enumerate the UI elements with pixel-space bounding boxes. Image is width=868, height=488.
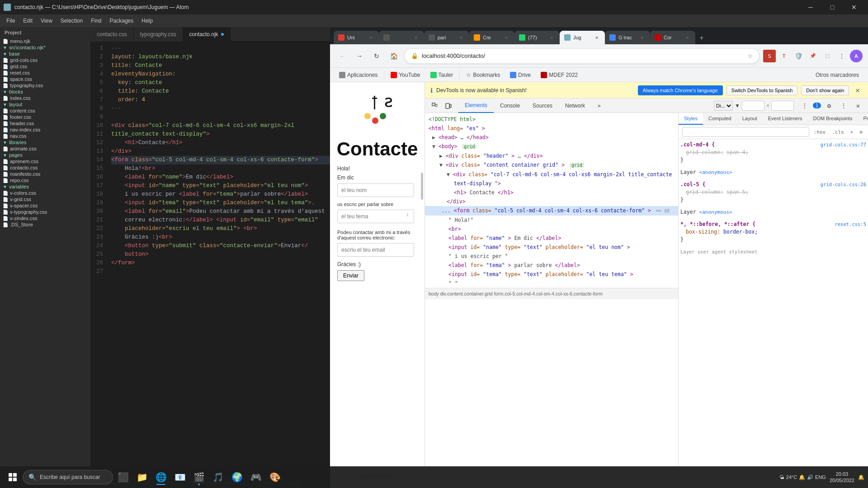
devtools-tab-elements[interactable]: Elements [458, 99, 494, 113]
bookmark-tauler[interactable]: Tauler [427, 71, 457, 79]
bookmark-drive[interactable]: Drive [506, 71, 534, 79]
bookmark-youtube[interactable]: YouTube [387, 71, 424, 79]
tree-file-v-typography[interactable]: 📄 v-typography.css [0, 209, 90, 215]
menu-find[interactable]: Find [87, 16, 105, 26]
tree-file-space[interactable]: 📄 space.css [0, 76, 90, 82]
tree-file-ds-store[interactable]: 📄 .DS_Store [0, 221, 90, 228]
browser-tab-uni[interactable]: Uni ✕ [334, 31, 379, 44]
devtools-switch-language-button[interactable]: Switch DevTools to Spanish [726, 85, 798, 95]
devtools-width-input[interactable]: 200 [742, 101, 764, 111]
css-source-grid-cols-77[interactable]: grid-cols.css:77 [821, 141, 866, 149]
more-button[interactable]: ⋮ [835, 50, 848, 62]
tab-contacto-njk[interactable]: contacto.njk [183, 27, 231, 42]
dom-input-tema[interactable]: <input id= "tema" type= "text" placehold… [425, 270, 678, 279]
profile-button[interactable]: A [850, 50, 863, 62]
taskbar-edge[interactable]: 🌍 [228, 468, 246, 486]
taskbar-task-view[interactable]: ⬛ [114, 468, 132, 486]
preview-email-input[interactable] [337, 243, 414, 257]
browser-tab-2[interactable]: ✕ [379, 31, 424, 44]
tree-file-v-colors[interactable]: 📄 v-colors.css [0, 190, 90, 196]
bookmark-mdef[interactable]: MDEF 2022 [537, 71, 581, 79]
ext-btn-3[interactable]: ⬚ [821, 50, 834, 62]
tab-close-77[interactable]: ✕ [548, 34, 555, 41]
filter-add-rule[interactable]: + [849, 128, 855, 136]
devtools-dont-show-button[interactable]: Don't show again [801, 85, 849, 95]
devtools-match-language-button[interactable]: Always match Chrome's language [638, 85, 723, 95]
tab-close-pari[interactable]: ✕ [458, 34, 465, 41]
dom-div-close[interactable]: </div> [425, 197, 678, 206]
dom-title-div[interactable]: ▼ <div class= "col-7 col-md-6 col-sm-4 c… [425, 170, 678, 179]
browser-tab-cor[interactable]: Cor ✕ [650, 31, 695, 44]
tree-folder-styles[interactable]: ▼ src\contacto.njk* [0, 44, 90, 51]
bookmark-star-icon[interactable]: ☆ [748, 53, 753, 59]
tree-file-typography[interactable]: 📄 typography.css [0, 82, 90, 89]
styles-tab-properties[interactable]: Properties [858, 113, 868, 125]
url-bar[interactable]: 🔒 localhost:4000/contacto/ ☆ [404, 48, 760, 64]
taskbar-game[interactable]: 🎮 [247, 468, 265, 486]
filter-cls-toggle[interactable]: .cls [830, 128, 846, 136]
preview-submit-button[interactable]: Enviar [337, 270, 364, 281]
layer-anonymous-link-1[interactable]: <anonymous> [699, 169, 732, 175]
tree-folder-pages[interactable]: ▼ pages [0, 152, 90, 158]
dom-title-div-2[interactable]: text-display "> [425, 179, 678, 188]
translate-btn[interactable]: T [778, 50, 790, 62]
tree-file-animate[interactable]: 📄 animate.css [0, 145, 90, 152]
tab-close-gtrac[interactable]: ✕ [638, 34, 646, 41]
home-button[interactable]: 🏠 [387, 49, 401, 63]
notification-icon[interactable]: 🔔 [858, 474, 864, 480]
devtools-device-button[interactable] [442, 99, 455, 112]
taskbar-spotify[interactable]: 🎵 [209, 468, 227, 486]
tree-file-v-grid[interactable]: 📄 v-grid.css [0, 196, 90, 202]
filter-more-toggle[interactable]: ≡ [858, 128, 864, 136]
tree-file-reset[interactable]: 📄 reset.css [0, 70, 90, 76]
back-button[interactable]: ← [335, 49, 349, 63]
tampermonkey-btn[interactable]: 🛡️ [792, 50, 805, 62]
styles-tab-dom-breakpoints[interactable]: DOM Breakpoints [808, 113, 858, 125]
tree-file-footer[interactable]: 📄 footer.css [0, 114, 90, 120]
maximize-button[interactable]: □ [822, 0, 843, 14]
taskbar-email[interactable]: 📧 [171, 468, 189, 486]
devtools-device-select[interactable]: Di... [714, 101, 733, 111]
lang-display[interactable]: ENG [815, 474, 826, 480]
devtools-tab-more[interactable]: » [591, 99, 607, 113]
tab-close-cre[interactable]: ✕ [503, 34, 510, 41]
dom-label-tema[interactable]: <label for= "tema" > parlar sobre </labe… [425, 261, 678, 270]
layer-anonymous-link-2[interactable]: <anonymous> [699, 209, 732, 215]
dom-br[interactable]: <br> [425, 225, 678, 234]
tree-folder-libraries[interactable]: ▼ libraries [0, 139, 90, 145]
browser-tab-cre[interactable]: Cre ✕ [469, 31, 514, 44]
tree-file-index-css[interactable]: 📄 index.css [0, 95, 90, 101]
tab-typography-css[interactable]: typography.css [134, 27, 183, 42]
tree-file-nav-index[interactable]: 📄 nav-index.css [0, 127, 90, 133]
devtools-height-input[interactable]: 633 [771, 101, 794, 111]
css-source-grid-cols-26[interactable]: grid-cols.css:26 [821, 181, 866, 188]
devtools-notification-close[interactable]: ✕ [853, 85, 863, 95]
styles-tab-computed[interactable]: Computed [703, 113, 737, 125]
bookmark-bookmarks[interactable]: ☆ Bookmarks [462, 71, 504, 79]
tree-file-v-spacer[interactable]: 📄 v-spacer.css [0, 202, 90, 209]
dom-h1[interactable]: <h1> Contacte </h1> [425, 188, 678, 197]
menu-view[interactable]: View [37, 16, 56, 26]
devtools-inspect-button[interactable] [429, 99, 441, 112]
devtools-more-button[interactable]: ⋮ [798, 99, 811, 112]
menu-help[interactable]: Help [138, 16, 156, 26]
extensions-button[interactable]: S [763, 50, 776, 62]
menu-selection[interactable]: Selection [57, 16, 86, 26]
devtools-settings-button[interactable]: ⚙ [823, 99, 835, 112]
menu-edit[interactable]: Edit [19, 16, 36, 26]
preview-name-input[interactable] [337, 183, 414, 197]
tab-close-cor[interactable]: ✕ [684, 34, 691, 41]
forward-button[interactable]: → [353, 49, 366, 63]
dom-label-name[interactable]: <label for= "name" > Em dic </label> [425, 234, 678, 243]
dom-space-text[interactable]: " " [425, 279, 678, 288]
code-editor[interactable]: 12345 678910 1112131415 1617181920 21222… [90, 42, 330, 477]
dom-form[interactable]: ... <form class= "col-5 col-md-4 col-sm-… [425, 206, 678, 216]
menu-file[interactable]: File [3, 16, 19, 26]
devtools-tab-sources[interactable]: Sources [526, 99, 559, 113]
filter-hov-toggle[interactable]: :hov [812, 128, 828, 136]
tree-file-repo[interactable]: 📄 repo.css [0, 177, 90, 183]
dom-header-div[interactable]: ▶ <div class= "header" > … </div> [425, 151, 678, 160]
taskbar-clock[interactable]: 20:03 20/05/2022 [830, 471, 854, 484]
browser-tab-jug[interactable]: Jug ✕ [560, 31, 605, 44]
taskbar-explorer[interactable]: 📁 [133, 468, 151, 486]
